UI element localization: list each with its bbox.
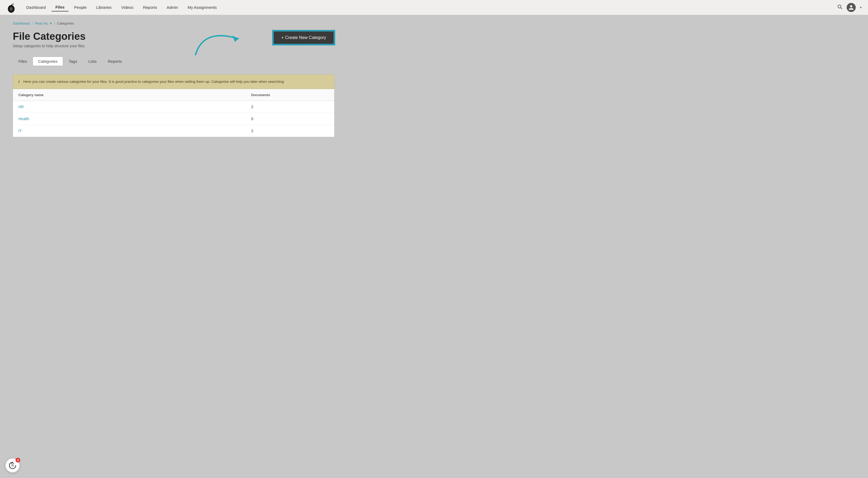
table-row: IT 2 [13, 125, 334, 137]
page-title: File Categories [13, 31, 86, 42]
page-subtitle: Setup categories to help structure your … [13, 44, 86, 48]
table-header: Category name Documents [13, 89, 334, 101]
nav-links: Dashboard Files People Libraries Videos … [23, 3, 837, 11]
table-row: Health 0 [13, 113, 334, 125]
col-header-documents: Documents [251, 93, 329, 97]
annotation-arrow [193, 23, 246, 57]
col-header-name: Category name [19, 93, 251, 97]
svg-marker-4 [232, 35, 238, 42]
widget-badge: 4 [16, 458, 20, 463]
breadcrumb-current: Categories [57, 21, 74, 25]
nav-dashboard[interactable]: Dashboard [23, 3, 50, 11]
app-logo[interactable] [6, 3, 16, 12]
category-name-hr[interactable]: HR [19, 105, 251, 109]
user-avatar[interactable] [847, 3, 856, 12]
breadcrumb-sep-2: / [54, 21, 55, 25]
table-row: HR 2 [13, 101, 334, 113]
tab-tags[interactable]: Tags [63, 57, 83, 66]
tab-lists[interactable]: Lists [83, 57, 102, 66]
navbar-right: ▾ [837, 3, 862, 12]
tab-reports[interactable]: Reports [102, 57, 128, 66]
header-right: + Create New Category [273, 31, 334, 44]
navbar: Dashboard Files People Libraries Videos … [0, 0, 868, 15]
tab-categories[interactable]: Categories [33, 57, 63, 66]
nav-reports[interactable]: Reports [139, 3, 161, 11]
tab-files[interactable]: Files [13, 57, 33, 66]
bottom-widget[interactable]: 4 [5, 458, 20, 473]
breadcrumb-org[interactable]: Pear Inc. ▾ [35, 21, 52, 25]
create-new-category-button[interactable]: + Create New Category [273, 31, 334, 44]
category-name-it[interactable]: IT [19, 129, 251, 133]
info-icon: i [19, 79, 20, 84]
nav-videos[interactable]: Videos [118, 3, 137, 11]
category-docs-health: 0 [251, 117, 329, 121]
page-title-block: File Categories Setup categories to help… [13, 31, 86, 48]
breadcrumb-sep-1: / [32, 21, 33, 25]
info-text: Here you can create various categories f… [23, 79, 285, 85]
widget-icon [8, 461, 17, 470]
nav-my-assignments[interactable]: My Assignments [184, 3, 220, 11]
nav-people[interactable]: People [70, 3, 91, 11]
user-menu-chevron[interactable]: ▾ [860, 6, 862, 9]
category-docs-hr: 2 [251, 105, 329, 109]
info-banner: i Here you can create various categories… [13, 74, 334, 89]
page-header: File Categories Setup categories to help… [13, 31, 334, 48]
category-name-health[interactable]: Health [19, 117, 251, 121]
tabs: Files Categories Tags Lists Reports [13, 57, 334, 66]
nav-libraries[interactable]: Libraries [92, 3, 115, 11]
search-button[interactable] [837, 4, 842, 11]
main-content: Dashboard / Pear Inc. ▾ / Categories Fil… [0, 15, 347, 144]
svg-line-7 [12, 466, 13, 466]
categories-table: Category name Documents HR 2 Health 0 IT… [13, 89, 334, 137]
nav-admin[interactable]: Admin [163, 3, 182, 11]
breadcrumb-dashboard[interactable]: Dashboard [13, 21, 30, 25]
svg-line-3 [841, 8, 842, 9]
svg-point-1 [10, 7, 13, 11]
breadcrumb: Dashboard / Pear Inc. ▾ / Categories [13, 21, 334, 25]
category-docs-it: 2 [251, 129, 329, 133]
nav-files[interactable]: Files [52, 3, 68, 11]
